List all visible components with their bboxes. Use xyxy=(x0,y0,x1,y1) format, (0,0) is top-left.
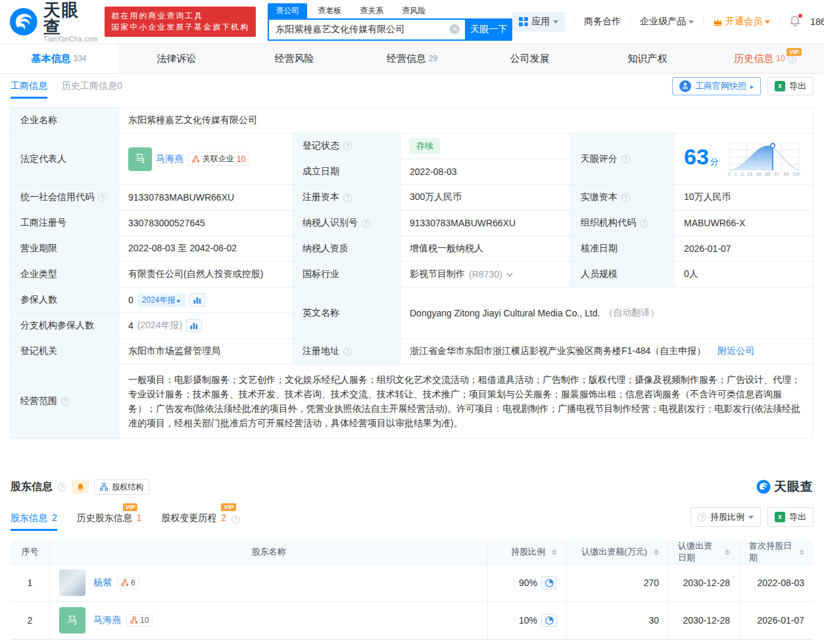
ratio-pie-button[interactable] xyxy=(541,576,557,589)
help-icon[interactable]: ? xyxy=(343,193,352,202)
col-ratio[interactable]: 持股比例 xyxy=(488,540,567,564)
help-icon[interactable]: ? xyxy=(640,219,648,228)
brand-logo-icon xyxy=(9,7,38,36)
export-label: 导出 xyxy=(789,511,806,523)
apps-menu[interactable]: 应用 xyxy=(512,12,565,32)
report-chart-icon xyxy=(190,322,198,330)
label-text: 纳税人识别号 xyxy=(303,217,358,229)
sh-tab-equity-changes[interactable]: VIP 股权变更历程 2 ? xyxy=(161,512,240,531)
apps-label: 应用 xyxy=(531,16,550,28)
sort-icon[interactable] xyxy=(552,549,557,555)
nav-open-membership[interactable]: 开通会员 xyxy=(713,16,770,28)
sort-icon[interactable] xyxy=(799,549,804,555)
nav-enterprise-products[interactable]: 企业级产品 xyxy=(640,16,694,28)
brand-logo[interactable]: 天眼查 TianYanCha.com xyxy=(9,1,98,43)
annual-report-badge[interactable]: 2024年报 ▸ xyxy=(137,293,185,307)
authority-label: 登记机关 xyxy=(11,339,119,364)
help-icon[interactable]: ? xyxy=(621,193,630,202)
help-icon[interactable]: ? xyxy=(343,347,352,356)
subtab-business-info[interactable]: 工商信息 xyxy=(11,74,47,99)
status-badge: 存续 xyxy=(410,138,440,154)
ratio-filter-button[interactable]: ? 持股比例 xyxy=(691,507,761,527)
official-snapshot-button[interactable]: 工商官网快照 ▸ xyxy=(672,77,761,95)
chevron-down-icon xyxy=(765,20,770,24)
taxpayer-id-label: 纳税人识别号 ? xyxy=(293,211,400,236)
search-tab-company[interactable]: 查公司 xyxy=(268,3,307,18)
search-tab-relation[interactable]: 查关系 xyxy=(352,3,391,18)
ratio-pie-button[interactable] xyxy=(541,614,557,627)
branch-insured-trend-button[interactable] xyxy=(186,319,202,332)
chevron-down-icon[interactable] xyxy=(506,272,513,277)
tab-legal[interactable]: 法律诉讼 xyxy=(118,44,235,73)
tab-label: 基本信息 xyxy=(31,53,70,65)
col-first-date[interactable]: 首次持股日期 xyxy=(740,540,813,564)
approval-date-label: 核准日期 xyxy=(571,236,675,262)
shareholders-export-button[interactable]: x 导出 xyxy=(767,507,813,527)
insured-trend-button[interactable] xyxy=(189,293,205,307)
nav-business-cooperation[interactable]: 商务合作 xyxy=(584,16,621,28)
tab-count: 29 xyxy=(429,54,437,63)
monitor-bell-button[interactable] xyxy=(72,480,89,494)
nearby-companies-link[interactable]: 附近公司 xyxy=(717,345,754,357)
help-icon[interactable]: ? xyxy=(98,193,107,202)
equity-structure-button[interactable]: 股权结构 xyxy=(94,479,149,495)
subtab-history-business-info[interactable]: 历史工商信息0 xyxy=(62,74,122,99)
ratio-value: 10% xyxy=(519,615,537,626)
tab-intellectual-property[interactable]: 知识产权 xyxy=(589,44,706,73)
reg-no-value: 330783000527645 xyxy=(119,211,293,236)
help-icon[interactable]: ? xyxy=(61,397,70,406)
search-input[interactable] xyxy=(274,24,450,36)
help-icon[interactable]: ? xyxy=(58,483,66,491)
tab-operating-info[interactable]: 经营信息 29 xyxy=(353,44,471,73)
label-text: 统一社会信用代码 xyxy=(20,191,94,203)
subtab-label: 工商信息 xyxy=(11,80,47,92)
sort-icon[interactable] xyxy=(654,549,659,555)
tab-company-development[interactable]: 公司发展 xyxy=(471,44,589,73)
export-button[interactable]: x 导出 xyxy=(767,77,813,95)
shareholder-avatar-photo[interactable] xyxy=(59,570,85,596)
taxpayer-quality-value: 增值税一般纳税人 xyxy=(400,236,571,262)
col-amount[interactable]: 认缴出资额(万元) xyxy=(567,540,669,564)
sort-icon[interactable] xyxy=(725,549,730,555)
shareholder-name-link[interactable]: 马海燕 xyxy=(93,614,121,626)
related-companies-badge[interactable]: 关联企业 10 xyxy=(187,152,250,166)
tab-operating-risk[interactable]: 经营风险 xyxy=(235,44,353,73)
section-tabbar: 基本信息 334 法律诉讼 经营风险 经营信息 29 公司发展 知识产权 VIP… xyxy=(0,43,824,74)
clear-icon[interactable]: ✕ xyxy=(450,24,460,34)
table-row: 2 马 马海燕 10 10% 30 xyxy=(11,602,813,639)
related-companies-badge[interactable]: 10 xyxy=(126,614,153,626)
help-icon[interactable]: ? xyxy=(231,515,240,524)
related-company-icon xyxy=(192,155,200,163)
branch-insured-cell: 4 (2024年报) xyxy=(119,313,293,339)
org-code-label: 组织机构代码 ? xyxy=(571,211,675,236)
industry-value: 影视节目制作 xyxy=(410,268,465,280)
related-company-icon xyxy=(130,616,138,624)
related-companies-badge[interactable]: 6 xyxy=(117,577,139,589)
search-button[interactable]: 天眼一下 xyxy=(465,18,512,41)
shareholders-table: 序号 股东名称 持股比例 认缴出资额(万元) 认缴出资日期 首次持股日期 1 杨… xyxy=(11,540,813,640)
tab-history-info[interactable]: VIP 历史信息 10 ? xyxy=(706,44,824,73)
promo-line2: 国家中小企业发展子基金旗下机构 xyxy=(111,22,249,33)
col-label: 持股比例 xyxy=(511,546,545,558)
user-account-menu[interactable]: 186*... xyxy=(810,16,824,27)
help-icon[interactable]: ? xyxy=(362,219,370,228)
legal-rep-name-link[interactable]: 马海燕 xyxy=(156,153,183,165)
col-date[interactable]: 认缴出资日期 xyxy=(669,540,740,564)
shareholder-name-link[interactable]: 杨紫 xyxy=(93,577,112,589)
help-icon[interactable]: ? xyxy=(621,155,630,163)
sh-tab-current[interactable]: 股东信息 2 xyxy=(11,512,57,531)
amount-cell: 270 xyxy=(567,564,669,602)
search-tab-boss[interactable]: 查老板 xyxy=(310,3,349,18)
shareholders-section-header: 股东信息 ? 股权结构 天眼查 股东信息 xyxy=(11,478,813,531)
search-tab-risk[interactable]: 查风险 xyxy=(394,3,433,18)
help-icon[interactable]: ? xyxy=(343,142,352,151)
sh-tab-history[interactable]: VIP 历史股东信息 1 xyxy=(77,512,142,531)
legal-rep-avatar[interactable]: 马 xyxy=(128,147,152,171)
address-label: 注册地址 ? xyxy=(293,339,400,364)
tab-basic-info[interactable]: 基本信息 334 xyxy=(0,44,118,73)
label-text: 组织机构代码 xyxy=(581,217,636,229)
annual-report-label: 2024年报 xyxy=(142,295,176,306)
address-cell: 浙江省金华市东阳市浙江横店影视产业实验区商务楼F1-484（自主申报） 附近公司 xyxy=(400,339,813,364)
shareholder-avatar[interactable]: 马 xyxy=(59,607,85,633)
notifications-bell[interactable] xyxy=(789,15,801,29)
